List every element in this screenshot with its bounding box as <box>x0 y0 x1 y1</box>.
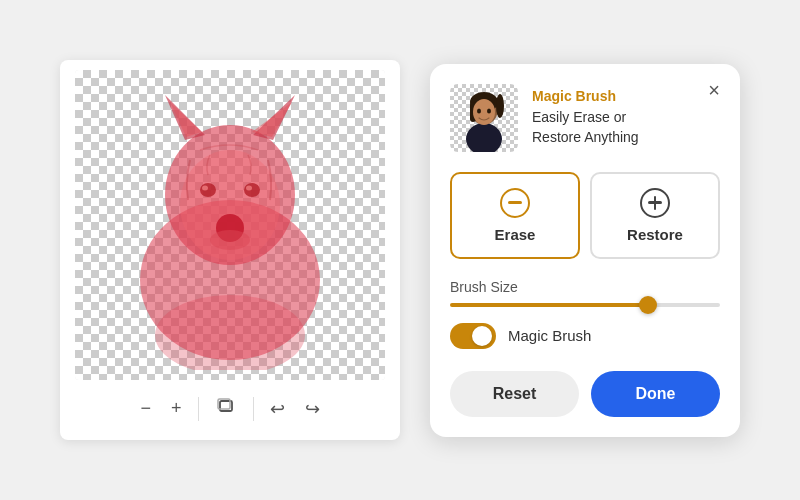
restore-label: Restore <box>627 226 683 243</box>
zoom-out-icon: − <box>140 398 151 419</box>
svg-marker-5 <box>252 102 292 137</box>
svg-point-22 <box>477 108 481 113</box>
erase-icon <box>500 188 530 218</box>
magic-toggle-row: Magic Brush <box>450 323 720 349</box>
preview-info: Magic Brush Easily Erase or Restore Anyt… <box>532 88 720 147</box>
divider-2 <box>253 397 254 421</box>
divider-1 <box>198 397 199 421</box>
brush-size-slider[interactable] <box>450 303 720 307</box>
svg-marker-4 <box>170 102 202 137</box>
svg-point-10 <box>246 186 252 191</box>
erase-mode-button[interactable]: Erase <box>450 172 580 259</box>
person-svg <box>450 84 518 152</box>
undo-button[interactable]: ↩ <box>266 394 289 424</box>
restore-mode-button[interactable]: Restore <box>590 172 720 259</box>
magic-brush-panel: × <box>430 64 740 437</box>
panel-title: Magic Brush <box>532 88 720 104</box>
undo-icon: ↩ <box>270 398 285 420</box>
done-button[interactable]: Done <box>591 371 720 417</box>
svg-point-21 <box>473 99 495 125</box>
reset-button[interactable]: Reset <box>450 371 579 417</box>
svg-point-19 <box>496 94 504 118</box>
preview-thumbnail <box>450 84 518 152</box>
svg-point-12 <box>210 230 250 250</box>
zoom-in-button[interactable]: + <box>167 394 186 423</box>
close-icon: × <box>708 79 720 101</box>
restore-icon <box>640 188 670 218</box>
svg-point-8 <box>244 183 260 197</box>
canvas-toolbar: − + ↩ ↪ <box>136 383 323 430</box>
layers-button[interactable] <box>211 391 241 426</box>
magic-brush-toggle[interactable] <box>450 323 496 349</box>
wolf-container <box>75 70 385 380</box>
canvas-area: − + ↩ ↪ <box>60 60 400 440</box>
preview-card: Magic Brush Easily Erase or Restore Anyt… <box>450 84 720 152</box>
redo-button[interactable]: ↪ <box>301 394 324 424</box>
panel-description: Easily Erase or Restore Anything <box>532 108 720 147</box>
magic-brush-label: Magic Brush <box>508 327 591 344</box>
svg-point-20 <box>466 123 502 152</box>
canvas-image <box>75 70 385 380</box>
redo-icon: ↪ <box>305 398 320 420</box>
layers-icon <box>215 395 237 422</box>
zoom-out-button[interactable]: − <box>136 394 155 423</box>
mode-buttons: Erase Restore <box>450 172 720 259</box>
wolf-svg <box>90 80 370 370</box>
svg-point-7 <box>200 183 216 197</box>
svg-point-9 <box>202 186 208 191</box>
brush-size-row: Brush Size <box>450 279 720 307</box>
toggle-knob <box>472 326 492 346</box>
main-scene: − + ↩ ↪ <box>0 0 800 500</box>
svg-point-23 <box>487 108 491 113</box>
action-buttons: Reset Done <box>450 371 720 417</box>
brush-size-label: Brush Size <box>450 279 720 295</box>
erase-label: Erase <box>495 226 536 243</box>
zoom-in-icon: + <box>171 398 182 419</box>
close-button[interactable]: × <box>704 78 724 102</box>
